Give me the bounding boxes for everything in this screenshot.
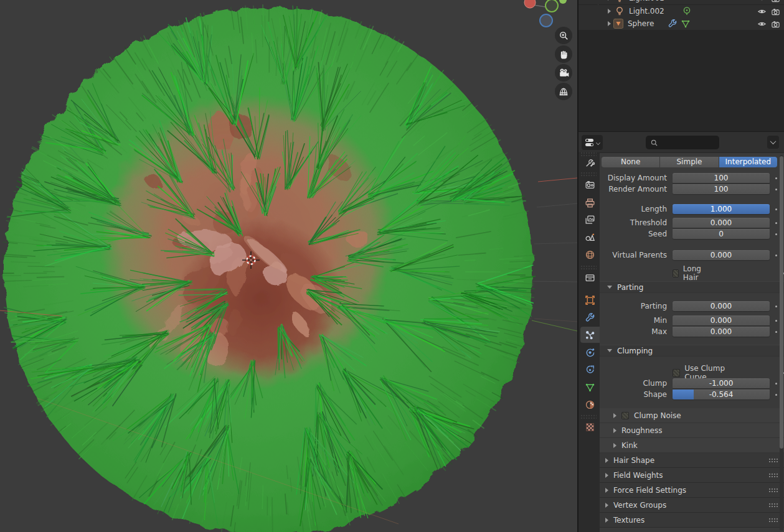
tool-icon [585, 157, 595, 168]
hide-eye-icon[interactable] [757, 19, 767, 29]
zoom-button[interactable] [555, 27, 572, 44]
navigation-gizmo[interactable] [524, 0, 567, 27]
threshold-field[interactable]: 0.000 [673, 218, 770, 228]
keyframe-dot[interactable] [775, 320, 777, 322]
length-slider[interactable]: 1.000 [673, 204, 770, 214]
max-field[interactable]: 0.000 [673, 327, 770, 337]
keyframe-dot[interactable] [775, 331, 777, 333]
disclosure-triangle-icon[interactable] [608, 21, 611, 26]
tab-render[interactable] [581, 177, 598, 193]
keyframe-dot[interactable] [775, 383, 777, 385]
light-data-icon[interactable] [682, 6, 692, 16]
tab-constraints[interactable] [581, 362, 598, 378]
tab-object-data[interactable] [581, 379, 598, 395]
clump-noise-subpanel[interactable]: Clump Noise [600, 408, 784, 423]
long-hair-checkbox[interactable] [673, 269, 679, 278]
panel-drag-handle[interactable] [768, 503, 778, 508]
hide-eye-icon[interactable] [757, 7, 767, 16]
tab-modifiers[interactable] [581, 309, 598, 325]
render-amount-field[interactable]: 100 [673, 184, 770, 194]
tab-material[interactable] [581, 396, 598, 413]
tab-texture[interactable] [581, 419, 598, 435]
panel-drag-handle[interactable] [768, 473, 778, 478]
clump-noise-checkbox[interactable] [621, 412, 629, 419]
tab-physics[interactable] [581, 344, 598, 360]
tab-tool[interactable] [581, 154, 598, 170]
seed-field[interactable]: 0 [673, 229, 770, 239]
virtual-parents-field[interactable]: 0.000 [673, 250, 770, 260]
use-clump-curve-checkbox[interactable] [673, 369, 680, 377]
tab-collection[interactable] [581, 269, 598, 286]
outliner-row-sphere[interactable]: Sphere [579, 17, 784, 30]
keyframe-dot[interactable] [775, 306, 777, 307]
outliner-row-light-002[interactable]: Light.002 [579, 5, 784, 17]
panel-drag-handle[interactable] [768, 458, 778, 463]
keyframe-dot[interactable] [775, 394, 777, 396]
camera-view-button[interactable] [555, 64, 572, 82]
particle-settings-panel: None Simple Interpolated Display Amount … [600, 153, 784, 532]
outliner-item-label[interactable]: Sphere [628, 19, 654, 28]
hair-shape-panel[interactable]: Hair Shape [600, 453, 784, 468]
tab-world[interactable] [581, 246, 598, 263]
disable-render-camera-icon[interactable] [771, 19, 780, 29]
orthographic-toggle-button[interactable] [555, 83, 572, 100]
textures-label: Textures [613, 516, 645, 525]
children-interpolated-button[interactable]: Interpolated [719, 157, 777, 167]
disable-render-camera-icon[interactable] [771, 0, 780, 3]
long-hair-row: Long Hair [673, 264, 784, 282]
vertex-groups-panel[interactable]: Vertex Groups [600, 498, 784, 513]
textures-panel[interactable]: Textures [600, 513, 784, 528]
keyframe-dot[interactable] [775, 177, 777, 179]
clump-field[interactable]: -1.000 [673, 378, 770, 388]
grid-lines [532, 178, 577, 331]
outliner-item-label[interactable]: Light.002 [629, 7, 664, 16]
outliner-row-light-001[interactable]: Light.001 [579, 0, 784, 4]
tab-output[interactable] [581, 195, 598, 211]
properties-editor: None Simple Interpolated Display Amount … [579, 133, 784, 532]
zoom-icon [557, 29, 570, 42]
hide-eye-icon[interactable] [757, 0, 767, 3]
keyframe-dot[interactable] [775, 233, 777, 235]
field-weights-panel[interactable]: Field Weights [600, 468, 784, 483]
min-field[interactable]: 0.000 [673, 315, 770, 325]
keyframe-dot[interactable] [775, 222, 777, 224]
children-none-button[interactable]: None [602, 157, 659, 167]
parting-field[interactable]: 0.000 [673, 301, 770, 311]
panel-drag-handle[interactable] [768, 518, 778, 523]
editor-type-button[interactable] [582, 135, 603, 150]
long-hair-label: Long Hair [683, 264, 709, 282]
panel-options-button[interactable] [767, 136, 779, 149]
shape-slider[interactable]: -0.564 [673, 390, 770, 399]
pan-view-button[interactable] [555, 45, 572, 63]
outliner-item-label[interactable]: Light.001 [629, 0, 664, 2]
keyframe-dot[interactable] [775, 189, 777, 190]
kink-subpanel[interactable]: Kink [600, 438, 784, 453]
display-amount-field[interactable]: 100 [673, 173, 770, 183]
keyframe-dot[interactable] [775, 254, 777, 256]
3d-viewport[interactable] [0, 0, 577, 532]
disable-render-camera-icon[interactable] [771, 7, 780, 16]
search-input[interactable] [661, 138, 714, 147]
collection-icon [585, 273, 595, 283]
tab-scene[interactable] [581, 229, 598, 245]
scrollbar-thumb[interactable] [780, 156, 783, 449]
children-simple-button[interactable]: Simple [660, 157, 718, 167]
threshold-row: Threshold 0.000 [600, 218, 777, 228]
tab-view-layer[interactable] [581, 212, 598, 228]
modifier-wrench-icon[interactable] [668, 19, 678, 29]
properties-search[interactable] [646, 136, 719, 149]
disclosure-triangle-icon[interactable] [608, 0, 611, 1]
keyframe-dot[interactable] [775, 208, 777, 210]
parting-panel-header[interactable]: Parting [600, 281, 784, 293]
tab-object[interactable] [581, 292, 598, 308]
hair-sphere[interactable] [0, 0, 555, 532]
disclosure-triangle-icon [607, 286, 612, 289]
panel-drag-handle[interactable] [768, 488, 778, 493]
disclosure-triangle-icon[interactable] [608, 9, 611, 14]
scrollbar[interactable] [780, 155, 783, 531]
tab-particles[interactable] [580, 327, 600, 343]
clumping-panel-header[interactable]: Clumping [600, 345, 784, 357]
particles-data-icon[interactable] [681, 19, 691, 29]
roughness-subpanel[interactable]: Roughness [600, 423, 784, 438]
force-field-settings-panel[interactable]: Force Field Settings [600, 483, 784, 498]
